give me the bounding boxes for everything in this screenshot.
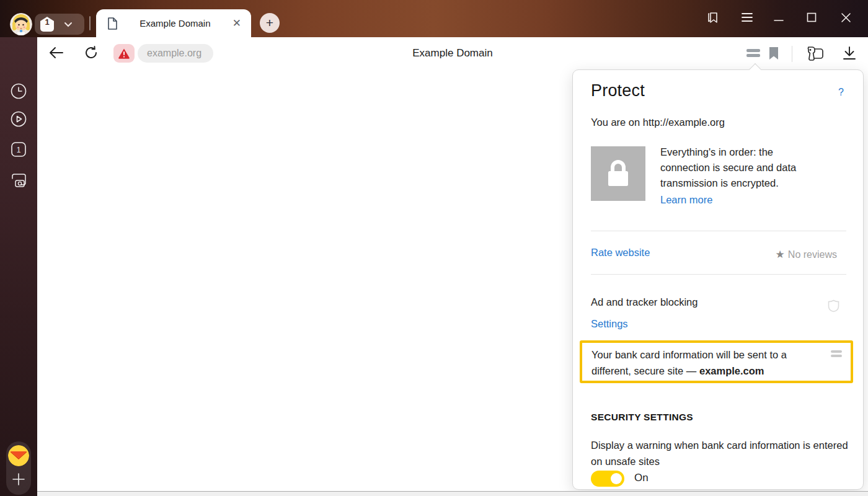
toggle-knob bbox=[611, 473, 622, 484]
notice-domain: example.com bbox=[699, 365, 764, 376]
window-close-icon[interactable] bbox=[841, 8, 851, 27]
profile-avatar[interactable] bbox=[10, 13, 32, 35]
avatar-girl-icon bbox=[10, 13, 32, 35]
yandex-mail-icon[interactable] bbox=[8, 445, 29, 466]
reviews-text: No reviews bbox=[788, 249, 837, 260]
bookmark-icon[interactable] bbox=[769, 47, 779, 60]
security-settings-header: SECURITY SETTINGS bbox=[591, 412, 693, 423]
bank-card-notice: Your bank card information will be sent … bbox=[580, 340, 853, 383]
toggle-state-label: On bbox=[634, 472, 649, 484]
minimize-icon[interactable] bbox=[774, 8, 784, 27]
ad-blocking-settings-link[interactable]: Settings bbox=[591, 318, 628, 330]
tab-close-icon[interactable]: ✕ bbox=[232, 18, 241, 29]
rate-website-link[interactable]: Rate website bbox=[591, 247, 650, 259]
tabbar-divider bbox=[89, 16, 91, 30]
reviews-summary: ★ No reviews bbox=[776, 248, 837, 261]
address-text: example.org bbox=[147, 48, 202, 59]
tab-group-badge: 1 bbox=[38, 16, 56, 33]
protect-panel-icon[interactable] bbox=[746, 49, 760, 59]
notice-separator: — bbox=[683, 365, 699, 376]
window-titlebar: 1 Example Domain ✕ + bbox=[0, 0, 868, 37]
menu-icon[interactable] bbox=[742, 8, 753, 27]
protect-panel: Protect ? You are on http://example.org … bbox=[572, 69, 864, 490]
history-icon[interactable] bbox=[11, 83, 27, 99]
tab-example-domain[interactable]: Example Domain ✕ bbox=[96, 9, 251, 37]
extensions-icon[interactable] bbox=[804, 45, 825, 63]
warning-triangle-icon bbox=[118, 48, 130, 59]
panel-title: Protect bbox=[591, 81, 645, 100]
add-app-icon[interactable] bbox=[11, 471, 27, 487]
address-bar[interactable]: example.org bbox=[138, 44, 213, 63]
divider bbox=[591, 231, 846, 231]
sidebar: 1 bbox=[0, 37, 37, 496]
help-icon[interactable]: ? bbox=[838, 87, 844, 98]
tab-group-count: 1 bbox=[38, 17, 56, 27]
download-icon[interactable] bbox=[842, 46, 857, 60]
chevron-down-icon[interactable] bbox=[64, 22, 73, 27]
window-bottom-strip bbox=[37, 492, 868, 496]
bank-card-icon bbox=[831, 350, 842, 359]
warning-toggle[interactable] bbox=[591, 471, 624, 487]
sidebar-tab-count: 1 bbox=[17, 146, 21, 154]
lock-icon bbox=[606, 160, 631, 187]
site-warning-badge[interactable] bbox=[113, 44, 135, 63]
divider bbox=[591, 274, 846, 275]
page-favicon-icon bbox=[107, 17, 118, 30]
ad-blocking-label: Ad and tracker blocking bbox=[591, 296, 698, 308]
back-icon[interactable] bbox=[49, 46, 64, 59]
media-play-icon[interactable] bbox=[11, 111, 27, 127]
collections-icon[interactable] bbox=[706, 8, 720, 27]
reload-icon[interactable] bbox=[84, 46, 98, 60]
current-site-text: You are on http://example.org bbox=[591, 117, 725, 128]
connection-status-text: Everything's in order: the connection is… bbox=[660, 144, 823, 191]
maximize-icon[interactable] bbox=[807, 8, 817, 27]
toolbar-divider bbox=[792, 46, 792, 62]
connection-status-tile bbox=[591, 146, 645, 201]
screenshot-icon[interactable] bbox=[11, 172, 27, 188]
security-setting-description: Display a warning when bank card informa… bbox=[591, 437, 851, 469]
learn-more-link[interactable]: Learn more bbox=[660, 194, 712, 206]
star-icon: ★ bbox=[776, 248, 785, 261]
new-tab-button[interactable]: + bbox=[260, 13, 280, 33]
shield-icon bbox=[828, 299, 839, 312]
tab-group-switcher[interactable]: 1 bbox=[35, 14, 84, 35]
page-title: Example Domain bbox=[223, 47, 682, 60]
all-tabs-icon[interactable]: 1 bbox=[11, 141, 27, 157]
tab-title: Example Domain bbox=[118, 18, 232, 29]
bank-card-notice-text: Your bank card information will be sent … bbox=[591, 347, 821, 379]
